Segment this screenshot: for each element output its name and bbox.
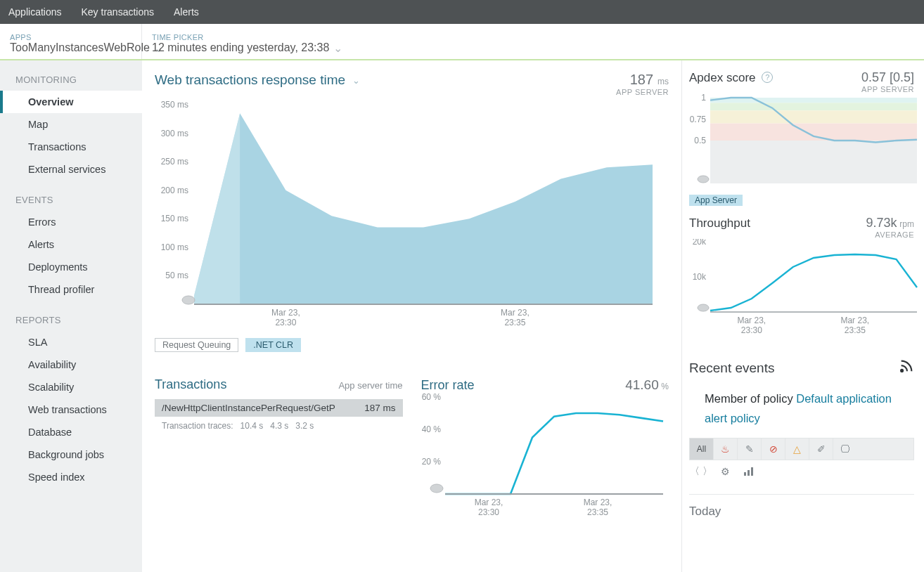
svg-text:23:35: 23:35 xyxy=(504,318,525,327)
svg-rect-40 xyxy=(744,472,746,476)
svg-rect-24 xyxy=(710,110,917,123)
topnav-key-transactions[interactable]: Key transactions xyxy=(82,6,155,18)
svg-text:250 ms: 250 ms xyxy=(161,157,188,167)
svg-text:23:30: 23:30 xyxy=(477,507,499,517)
sidebar-item-map[interactable]: Map xyxy=(0,113,142,136)
error-rate-title[interactable]: Error rate xyxy=(421,378,475,393)
recent-events-title: Recent events xyxy=(689,360,774,376)
apdex-title[interactable]: Apdex score ? xyxy=(689,71,773,85)
svg-text:23:30: 23:30 xyxy=(275,318,296,327)
svg-text:20k: 20k xyxy=(693,239,707,247)
filter-all[interactable]: All xyxy=(690,438,714,460)
chevron-down-icon: ⌄ xyxy=(352,75,360,86)
sidebar-item-database[interactable]: Database xyxy=(0,421,142,443)
sidebar-item-deployments[interactable]: Deployments xyxy=(0,256,142,278)
top-nav: Applications Key transactions Alerts xyxy=(0,0,924,24)
legend-net-clr[interactable]: .NET CLR xyxy=(245,338,301,352)
error-rate-chart[interactable]: 20 %40 %60 %Mar 23,23:30Mar 23,23:35 xyxy=(421,393,669,519)
code-icon[interactable]: 〈 〉 xyxy=(689,462,713,481)
side-group-monitoring: MONITORING xyxy=(0,60,142,91)
response-time-legend: Request Queuing .NET CLR xyxy=(155,338,669,352)
right-column: Apdex score ? 0.57 [0.5] APP SERVER 0.50… xyxy=(682,60,924,572)
svg-text:0.5: 0.5 xyxy=(694,136,706,145)
time-picker[interactable]: TIME PICKER 12 minutes ending yesterday,… xyxy=(142,24,924,59)
svg-point-17 xyxy=(430,484,443,493)
svg-rect-26 xyxy=(710,141,917,183)
transaction-traces: Transaction traces: 10.4 s 4.3 s 3.2 s xyxy=(155,421,403,431)
svg-text:150 ms: 150 ms xyxy=(161,214,188,223)
svg-text:60 %: 60 % xyxy=(421,393,441,402)
topnav-applications[interactable]: Applications xyxy=(8,6,62,18)
svg-point-39 xyxy=(901,370,903,372)
topnav-alerts[interactable]: Alerts xyxy=(174,6,199,18)
sidebar-item-errors[interactable]: Errors xyxy=(0,211,142,233)
app-picker[interactable]: APPS TooManyInstancesWebRole ⌄ xyxy=(0,24,142,59)
svg-text:Mar 23,: Mar 23, xyxy=(737,316,766,325)
svg-text:Mar 23,: Mar 23, xyxy=(840,316,869,325)
sidebar-item-external-services[interactable]: External services xyxy=(0,158,142,181)
trace-link[interactable]: 10.4 s xyxy=(240,421,264,431)
response-time-metric: 187 ms APP SERVER xyxy=(616,72,669,96)
svg-text:20 %: 20 % xyxy=(421,457,441,467)
sidebar-item-availability[interactable]: Availability xyxy=(0,353,142,376)
legend-request-queuing[interactable]: Request Queuing xyxy=(155,338,238,352)
sidebar-item-overview[interactable]: Overview xyxy=(0,91,142,113)
sidebar-item-sla[interactable]: SLA xyxy=(0,331,142,353)
help-icon[interactable]: ? xyxy=(762,72,773,83)
warning-icon[interactable]: △ xyxy=(785,438,809,460)
throughput-title[interactable]: Throughput xyxy=(689,216,750,230)
sidebar-item-thread-profiler[interactable]: Thread profiler xyxy=(0,278,142,301)
svg-text:23:35: 23:35 xyxy=(845,325,866,335)
bar-chart-icon[interactable] xyxy=(737,462,761,481)
svg-rect-41 xyxy=(747,470,750,476)
svg-rect-42 xyxy=(751,467,753,476)
response-time-chart[interactable]: 50 ms100 ms150 ms200 ms250 ms300 ms350 m… xyxy=(155,100,669,332)
svg-text:100 ms: 100 ms xyxy=(161,242,188,252)
rss-icon[interactable] xyxy=(899,358,914,377)
apdex-chart[interactable]: 0.50.751 xyxy=(689,93,914,192)
sidebar-item-web-transactions[interactable]: Web transactions xyxy=(0,398,142,421)
monitor-icon[interactable]: 🖵 xyxy=(833,438,857,460)
svg-text:Mar 23,: Mar 23, xyxy=(583,498,612,507)
svg-text:10k: 10k xyxy=(693,272,707,282)
main-content: Web transactions response time ⌄ 187 ms … xyxy=(142,60,682,572)
transactions-panel: Transactions App server time /NewHttpCli… xyxy=(155,377,403,519)
svg-text:0.75: 0.75 xyxy=(690,115,707,124)
svg-rect-23 xyxy=(710,103,917,110)
throughput-chart[interactable]: 10k20kMar 23,23:30Mar 23,23:35 xyxy=(689,239,914,337)
event-filter-bar: All ♨ ✎ ⊘ △ ✐ 🖵 xyxy=(689,438,914,460)
eraser-icon[interactable]: ✎ xyxy=(738,438,762,460)
transaction-row[interactable]: /NewHttpClientInstancePerRequest/GetP 18… xyxy=(155,399,403,417)
policy-text: Member of policy Default application ale… xyxy=(705,389,914,428)
svg-text:Mar 23,: Mar 23, xyxy=(474,498,503,507)
transactions-title[interactable]: Transactions xyxy=(155,377,226,392)
svg-text:200 ms: 200 ms xyxy=(161,186,188,195)
apdex-chip[interactable]: App Server xyxy=(689,195,743,206)
trace-link[interactable]: 4.3 s xyxy=(270,421,288,431)
sidebar-item-scalability[interactable]: Scalability xyxy=(0,376,142,398)
sidebar-item-transactions[interactable]: Transactions xyxy=(0,136,142,158)
svg-text:50 ms: 50 ms xyxy=(165,271,188,280)
svg-text:40 %: 40 % xyxy=(421,424,441,434)
sidebar-item-alerts[interactable]: Alerts xyxy=(0,233,142,256)
flame-icon[interactable]: ♨ xyxy=(714,438,738,460)
gear-icon[interactable]: ⚙ xyxy=(713,462,737,481)
app-picker-label: APPS xyxy=(10,33,131,41)
svg-text:1: 1 xyxy=(701,93,706,103)
svg-text:Mar 23,: Mar 23, xyxy=(501,308,530,318)
edit-icon[interactable]: ✐ xyxy=(809,438,833,460)
sidebar: MONITORING Overview Map Transactions Ext… xyxy=(0,60,142,572)
svg-text:350 ms: 350 ms xyxy=(161,100,188,110)
chevron-down-icon: ⌄ xyxy=(333,41,342,55)
side-group-reports: REPORTS xyxy=(0,301,142,331)
cancel-icon[interactable]: ⊘ xyxy=(762,438,785,460)
app-picker-value: TooManyInstancesWebRole xyxy=(10,41,150,54)
svg-text:Mar 23,: Mar 23, xyxy=(271,308,300,318)
time-picker-label: TIME PICKER xyxy=(152,33,914,41)
side-group-events: EVENTS xyxy=(0,181,142,211)
response-time-title[interactable]: Web transactions response time ⌄ xyxy=(155,72,360,88)
trace-link[interactable]: 3.2 s xyxy=(295,421,314,431)
sidebar-item-speed-index[interactable]: Speed index xyxy=(0,466,142,488)
sidebar-item-background-jobs[interactable]: Background jobs xyxy=(0,443,142,466)
svg-text:23:30: 23:30 xyxy=(741,325,762,335)
